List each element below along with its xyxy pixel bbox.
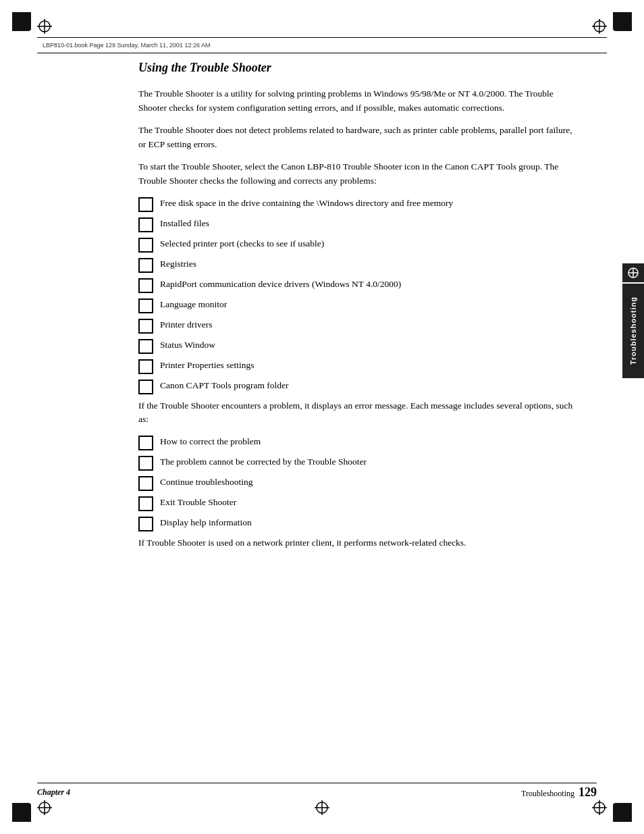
item-text: Registries: [160, 257, 196, 271]
page-header: LBP810-01.book Page 129 Sunday, March 11…: [37, 37, 607, 53]
para-1-text: The Trouble Shooter is a utility for sol…: [138, 88, 554, 113]
para-2: The Trouble Shooter does not detect prob…: [138, 124, 576, 152]
corner-mark-tr: [613, 12, 632, 31]
bullet-icon: [138, 217, 153, 232]
bullet-icon: [138, 517, 153, 531]
footer-page: Troubleshooting 129: [521, 785, 597, 800]
list-item: RapidPort communication device drivers (…: [138, 278, 576, 293]
list-item: Exit Trouble Shooter: [138, 496, 576, 511]
tab-icon: [622, 263, 644, 282]
sidebar-tab: Troubleshooting: [622, 284, 644, 378]
corner-mark-tl: [12, 12, 31, 31]
item-text: Free disk space in the drive containing …: [160, 197, 453, 211]
bullet-icon: [138, 319, 153, 334]
footer-chapter: Chapter 4: [37, 787, 70, 798]
page-number: 129: [579, 785, 597, 800]
bullet-icon: [138, 436, 153, 450]
list-item: Display help information: [138, 516, 576, 531]
corner-mark-bl: [12, 803, 31, 822]
list-item: Language monitor: [138, 298, 576, 313]
item-text: The problem cannot be corrected by the T…: [160, 455, 367, 469]
item-text: Status Window: [160, 338, 215, 353]
para-2-text: The Trouble Shooter does not detect prob…: [138, 125, 572, 149]
para-final: If Trouble Shooter is used on a network …: [138, 536, 576, 550]
item-text: Exit Trouble Shooter: [160, 496, 236, 510]
item-text: Selected printer port (checks to see if …: [160, 237, 324, 251]
bullet-icon: [138, 359, 153, 374]
check-items-list: Free disk space in the drive containing …: [138, 197, 576, 394]
register-mark-bl: [37, 800, 52, 815]
final-paragraph: If Trouble Shooter is used on a network …: [138, 536, 576, 550]
item-text: How to correct the problem: [160, 435, 261, 449]
register-mark-bc: [315, 800, 329, 815]
para-1: The Trouble Shooter is a utility for sol…: [138, 87, 576, 115]
list-item: Status Window: [138, 338, 576, 354]
paragraph-after-checks: If the Trouble Shooter encounters a prob…: [138, 399, 576, 427]
section-title: Using the Trouble Shooter: [138, 61, 597, 75]
bullet-icon: [138, 476, 153, 491]
list-item: Registries: [138, 257, 576, 273]
item-text: Language monitor: [160, 298, 227, 312]
list-item: The problem cannot be corrected by the T…: [138, 455, 576, 471]
para-after-text: If the Trouble Shooter encounters a prob…: [138, 400, 572, 425]
register-mark-tr: [592, 19, 607, 34]
register-mark-tl: [37, 19, 52, 34]
bullet-icon: [138, 258, 153, 273]
para-3-text: To start the Trouble Shooter, select the…: [138, 161, 558, 186]
item-text: RapidPort communication device drivers (…: [160, 278, 401, 292]
para-final-text: If Trouble Shooter is used on a network …: [138, 538, 466, 548]
bullet-icon: [138, 298, 153, 313]
bullet-icon: [138, 339, 153, 354]
page-footer: Chapter 4 Troubleshooting 129: [37, 783, 597, 799]
list-item: Free disk space in the drive containing …: [138, 197, 576, 212]
bullet-icon: [138, 238, 153, 253]
bullet-icon: [138, 197, 153, 212]
para-3: To start the Trouble Shooter, select the…: [138, 160, 576, 188]
corner-mark-br: [613, 803, 632, 822]
item-text: Continue troubleshooting: [160, 475, 253, 490]
list-item: Printer drivers: [138, 318, 576, 334]
main-content: Using the Trouble Shooter The Trouble Sh…: [37, 61, 597, 773]
options-list: How to correct the problem The problem c…: [138, 435, 576, 531]
item-text: Display help information: [160, 516, 252, 530]
list-item: Installed files: [138, 217, 576, 232]
list-item: Canon CAPT Tools program folder: [138, 379, 576, 394]
chapter-label: Chapter: [37, 787, 64, 797]
item-text: Printer drivers: [160, 318, 213, 332]
list-item: Printer Properties settings: [138, 359, 576, 374]
chapter-number: 4: [66, 787, 70, 797]
list-item: Continue troubleshooting: [138, 475, 576, 491]
section-label: Troubleshooting: [521, 789, 574, 799]
item-text: Installed files: [160, 217, 209, 231]
bullet-icon: [138, 456, 153, 471]
list-item: How to correct the problem: [138, 435, 576, 450]
item-text: Printer Properties settings: [160, 359, 254, 373]
paragraph-1: The Trouble Shooter is a utility for sol…: [138, 87, 576, 188]
item-text: Canon CAPT Tools program folder: [160, 379, 289, 393]
register-mark-br: [592, 800, 607, 815]
bullet-icon: [138, 496, 153, 511]
para-after: If the Trouble Shooter encounters a prob…: [138, 399, 576, 427]
sidebar-label: Troubleshooting: [629, 296, 637, 365]
header-text: LBP810-01.book Page 129 Sunday, March 11…: [43, 42, 211, 49]
bullet-icon: [138, 278, 153, 293]
bullet-icon: [138, 380, 153, 394]
list-item: Selected printer port (checks to see if …: [138, 237, 576, 253]
